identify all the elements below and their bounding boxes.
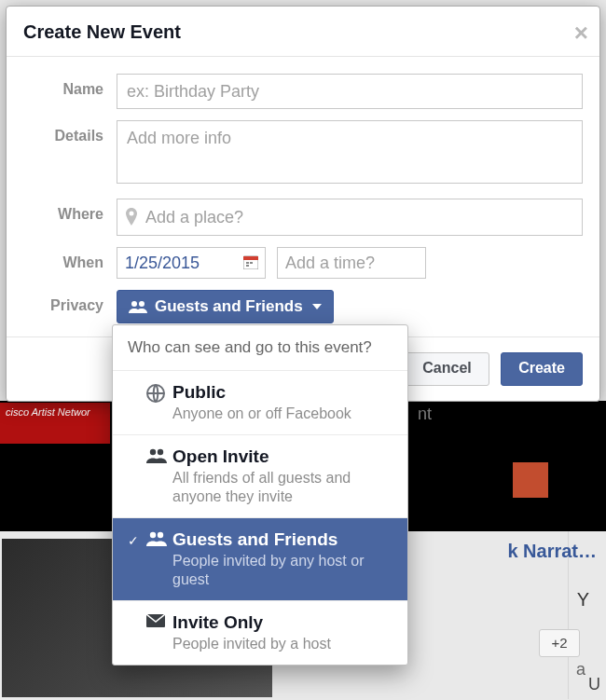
name-input[interactable] xyxy=(117,74,583,109)
svg-rect-1 xyxy=(243,256,258,260)
label-privacy: Privacy xyxy=(23,290,117,323)
bg-red-text: cisco Artist Networ xyxy=(6,406,90,418)
svg-point-10 xyxy=(150,532,156,538)
modal-title: Create New Event xyxy=(23,21,583,43)
label-details: Details xyxy=(23,120,117,187)
group-icon xyxy=(146,529,172,546)
group-icon xyxy=(146,446,172,463)
check-icon: ✓ xyxy=(128,529,146,548)
label-where: Where xyxy=(23,199,117,236)
svg-point-5 xyxy=(131,301,137,307)
cancel-button[interactable]: Cancel xyxy=(405,352,489,386)
group-icon xyxy=(129,300,147,313)
row-privacy: Privacy Guests and Friends xyxy=(23,290,583,323)
bg-letter-a: a xyxy=(576,660,585,679)
row-when: When xyxy=(23,247,583,279)
bg-plus-two[interactable]: +2 xyxy=(539,629,580,657)
label-name: Name xyxy=(23,74,117,109)
modal-body: Name Details Where When xyxy=(7,57,599,336)
create-button[interactable]: Create xyxy=(501,352,583,386)
bg-red-panel: cisco Artist Networ xyxy=(0,403,110,444)
row-details: Details xyxy=(23,120,583,187)
privacy-selected-label: Guests and Friends xyxy=(155,297,303,316)
privacy-dropdown-button[interactable]: Guests and Friends xyxy=(117,290,334,323)
where-input[interactable] xyxy=(144,207,574,228)
modal-header: Create New Event × xyxy=(7,7,599,57)
check-icon xyxy=(128,446,146,450)
svg-point-6 xyxy=(139,301,145,307)
option-title: Public xyxy=(172,382,351,403)
privacy-option-public[interactable]: Public Anyone on or off Facebook xyxy=(113,370,407,434)
details-input[interactable] xyxy=(117,120,583,184)
privacy-option-open-invite[interactable]: Open Invite All friends of all guests an… xyxy=(113,434,407,517)
privacy-option-guests-and-friends[interactable]: ✓ Guests and Friends People invited by a… xyxy=(113,517,407,600)
bg-link-text: k Narrat… xyxy=(507,541,597,562)
bg-text-nt: nt xyxy=(418,405,432,424)
close-icon[interactable]: × xyxy=(574,23,588,42)
option-desc: All friends of all guests and anyone the… xyxy=(172,467,393,506)
option-desc: People invited by a host xyxy=(172,633,331,653)
globe-icon xyxy=(146,382,172,403)
option-title: Invite Only xyxy=(172,612,331,633)
privacy-option-invite-only[interactable]: Invite Only People invited by a host xyxy=(113,600,407,665)
svg-rect-3 xyxy=(250,262,253,264)
caret-down-icon xyxy=(312,304,322,309)
bg-letter-y: Y xyxy=(577,589,589,611)
bg-letter-u: U xyxy=(588,675,600,694)
bg-avatar xyxy=(513,462,548,498)
check-icon xyxy=(128,612,146,616)
time-input[interactable] xyxy=(277,247,426,279)
privacy-dropdown-title: Who can see and go to this event? xyxy=(113,325,407,370)
row-name: Name xyxy=(23,74,583,109)
svg-point-8 xyxy=(150,449,156,455)
option-title: Open Invite xyxy=(172,446,393,467)
svg-point-9 xyxy=(158,449,163,455)
privacy-dropdown: Who can see and go to this event? Public… xyxy=(112,324,408,666)
svg-point-11 xyxy=(158,532,163,538)
where-input-wrap[interactable] xyxy=(117,199,583,236)
pin-icon xyxy=(125,208,138,226)
option-title: Guests and Friends xyxy=(172,529,393,550)
svg-rect-4 xyxy=(246,265,249,267)
check-icon xyxy=(128,382,146,386)
label-when: When xyxy=(23,247,117,279)
row-where: Where xyxy=(23,199,583,236)
svg-rect-2 xyxy=(246,262,249,264)
envelope-icon xyxy=(146,612,172,627)
option-desc: Anyone on or off Facebook xyxy=(172,403,351,423)
option-desc: People invited by any host or guest xyxy=(172,550,393,589)
calendar-icon[interactable] xyxy=(243,254,258,269)
